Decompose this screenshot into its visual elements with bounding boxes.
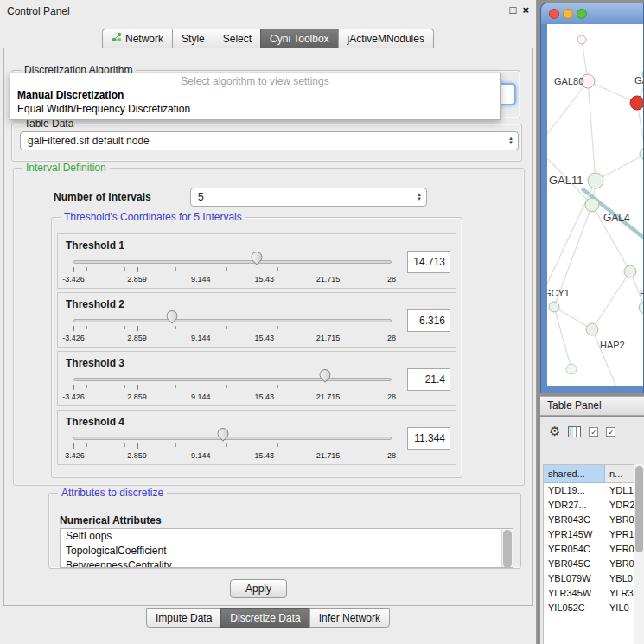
table-cell[interactable]: YBR0	[605, 557, 634, 571]
network-node[interactable]	[624, 265, 636, 277]
node-table[interactable]: shared...n... YDL19...YDL1YDR27...YDR2YB…	[543, 464, 634, 644]
threshold-slider[interactable]: -3.4262.8599.14415.4321.71528	[73, 431, 392, 462]
algorithm-option[interactable]: Manual Discretization	[10, 88, 500, 102]
slider-track[interactable]	[73, 437, 392, 440]
table-row[interactable]: YDL19...YDL1	[544, 483, 634, 498]
numerical-attributes-list[interactable]: SelfLoopsTopologicalCoefficientBetweenne…	[60, 528, 513, 568]
table-cell[interactable]: YBR045C	[544, 557, 605, 571]
slider-track[interactable]	[73, 260, 392, 264]
threshold-value[interactable]: 21.4	[407, 368, 450, 391]
table-cell[interactable]: YPR1	[605, 527, 634, 542]
tab-label: Cyni Toolbox	[270, 33, 328, 45]
gear-icon[interactable]: ⚙	[549, 424, 560, 438]
threshold-slider[interactable]: -3.4262.8599.14415.4321.71528	[73, 373, 392, 404]
tab-select[interactable]: Select	[214, 29, 261, 48]
scale-label: 9.144	[191, 334, 211, 342]
network-edge[interactable]	[588, 81, 596, 181]
zoom-traffic-light-icon[interactable]	[577, 9, 587, 19]
network-node[interactable]	[586, 323, 598, 335]
table-row[interactable]: YLR345WYLR3	[544, 586, 634, 601]
table-row[interactable]: YER054CYER0	[544, 542, 634, 557]
bottom-tab-discretize-data[interactable]: Discretize Data	[220, 608, 309, 628]
table-cell[interactable]: YPR145W	[544, 527, 605, 542]
tab-cyni-toolbox[interactable]: Cyni Toolbox	[260, 29, 338, 48]
network-node[interactable]	[577, 35, 586, 44]
table-cell[interactable]: YIL052C	[544, 601, 605, 615]
table-row[interactable]: YBL079WYBL0	[544, 571, 634, 586]
tab-network[interactable]: Network	[102, 29, 173, 48]
checkbox-icon[interactable]: ✓	[589, 427, 598, 437]
table-cell[interactable]: YDR2	[605, 498, 634, 513]
network-edge[interactable]	[547, 81, 588, 145]
table-row[interactable]: YDR27...YDR2	[544, 498, 634, 513]
table-row[interactable]: YBR043CYBR0	[544, 513, 634, 527]
table-cell[interactable]: YDL1	[605, 483, 634, 498]
table-cell[interactable]: YBL079W	[544, 571, 605, 586]
attribute-list-item[interactable]: BetweennessCentrality	[61, 558, 513, 568]
attribute-list-item[interactable]: SelfLoops	[61, 529, 513, 544]
network-node[interactable]	[640, 148, 643, 160]
tab-style[interactable]: Style	[172, 29, 214, 48]
table-row[interactable]: YPR145WYPR1	[544, 527, 634, 542]
network-canvas[interactable]: GAL80GAGAL11GAL4GCY1HHAP2	[547, 24, 643, 386]
network-edge[interactable]	[637, 103, 643, 154]
table-cell[interactable]: YBL0	[605, 571, 634, 586]
algorithm-option[interactable]: Equal Width/Frequency Discretization	[10, 102, 500, 116]
interval-definition-title: Interval Definition	[22, 162, 110, 174]
network-edge[interactable]	[592, 271, 630, 329]
minimize-traffic-light-icon[interactable]	[563, 9, 573, 19]
scale-label: 9.144	[191, 392, 211, 401]
table-cell[interactable]: YBR043C	[544, 513, 605, 527]
table-cell[interactable]: YER054C	[544, 542, 605, 557]
table-data-combobox[interactable]: galFiltered.sif default node ▲▼	[20, 131, 519, 150]
network-node[interactable]	[630, 96, 643, 110]
network-edge[interactable]	[588, 81, 637, 103]
threshold-value[interactable]: 11.344	[407, 427, 450, 450]
table-cell[interactable]: YBR0	[605, 513, 634, 527]
columns-icon[interactable]	[568, 426, 581, 437]
table-cell[interactable]: YER0	[605, 542, 634, 557]
network-node[interactable]	[585, 198, 599, 212]
network-node[interactable]	[639, 302, 643, 314]
bottom-tab-infer-network[interactable]: Infer Network	[309, 608, 390, 628]
network-edge[interactable]	[554, 307, 571, 369]
float-window-icon[interactable]: □	[510, 3, 517, 16]
table-cell[interactable]: YDR27...	[544, 498, 605, 513]
close-traffic-light-icon[interactable]	[549, 9, 559, 19]
attributes-scrollbar-thumb[interactable]	[503, 530, 512, 568]
attributes-scrollbar[interactable]	[501, 529, 513, 567]
table-cell[interactable]: YLR3	[605, 586, 634, 601]
table-header-row: shared...n...	[544, 465, 634, 483]
table-cell[interactable]: YIL0	[605, 601, 634, 615]
table-cell[interactable]: YLR345W	[544, 586, 605, 601]
threshold-value[interactable]: 14.713	[407, 251, 450, 273]
network-graph[interactable]: GAL80GAGAL11GAL4GCY1HHAP2	[547, 24, 643, 386]
table-cell[interactable]: YDL19...	[544, 483, 605, 498]
network-edge[interactable]	[592, 329, 616, 386]
close-icon[interactable]: ×	[522, 3, 529, 16]
attribute-list-item[interactable]: TopologicalCoefficient	[61, 544, 513, 558]
thresholds-group: Threshold's Coordinates for 5 Intervals …	[51, 217, 462, 478]
network-node[interactable]	[549, 302, 559, 312]
slider-track[interactable]	[73, 378, 392, 381]
threshold-slider[interactable]: -3.4262.8599.14415.4321.71528	[73, 314, 392, 345]
network-window-titlebar[interactable]	[541, 3, 643, 24]
threshold-slider[interactable]: -3.4262.8599.14415.4321.71528	[73, 255, 392, 286]
apply-button[interactable]: Apply	[230, 579, 287, 598]
network-view-window[interactable]: GAL80GAGAL11GAL4GCY1HHAP2	[540, 3, 644, 393]
table-row[interactable]: YBR045CYBR0	[544, 557, 634, 571]
column-header[interactable]: shared...	[544, 465, 605, 483]
table-scrollbar-thumb[interactable]	[635, 466, 643, 552]
slider-track[interactable]	[73, 319, 392, 322]
network-node[interactable]	[588, 173, 603, 188]
number-of-intervals-combobox[interactable]: 5 ▲▼	[190, 188, 427, 207]
table-row[interactable]: YIL052CYIL0	[544, 601, 634, 615]
bottom-tab-impute-data[interactable]: Impute Data	[146, 608, 221, 628]
tab-jactivemnodules[interactable]: jActiveMNodules	[338, 29, 434, 48]
network-node[interactable]	[566, 364, 577, 374]
network-edge[interactable]	[547, 181, 596, 284]
threshold-value[interactable]: 6.316	[407, 309, 450, 332]
table-scrollbar[interactable]	[634, 464, 644, 644]
column-header[interactable]: n...	[605, 465, 634, 483]
checkbox-icon[interactable]: ✓	[606, 427, 615, 437]
